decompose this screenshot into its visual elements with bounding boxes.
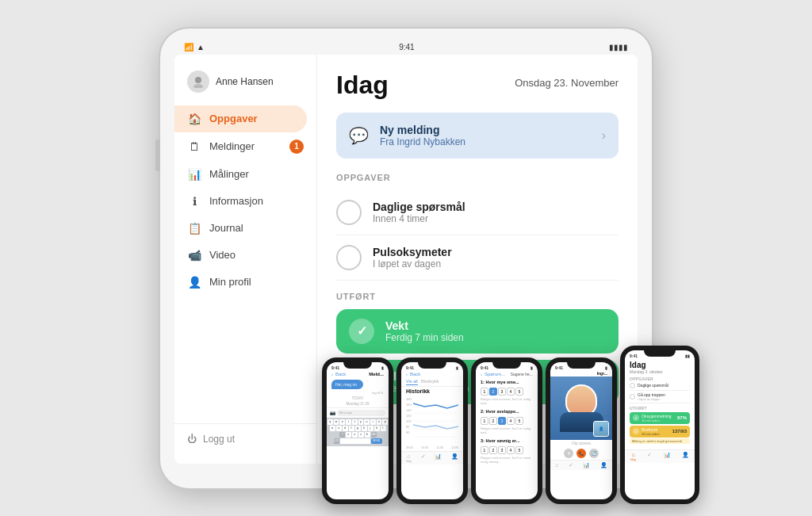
done-info: Blodtrykk 10 min siden <box>642 427 670 436</box>
phone-video: 9:41 ▮ Ingr... 👤 Flip ca <box>546 357 617 504</box>
tab-vis-alt: Vis alt <box>406 379 418 385</box>
scale-btn-1[interactable]: 1 <box>481 388 488 396</box>
done-section-label: UTFØRT <box>336 292 619 301</box>
scale-btn-3[interactable]: 3 <box>498 446 506 454</box>
sidebar-item-malinger[interactable]: 📊 Målinger <box>174 161 316 188</box>
scale-btn-4[interactable]: 4 <box>507 388 515 396</box>
scale-btn-2[interactable]: 2 <box>489 388 497 396</box>
task-info: Pulsoksymeter I løpet av dagen <box>373 246 452 269</box>
nav-tasks[interactable]: ✓ <box>421 453 426 463</box>
key-f: f <box>349 426 354 431</box>
scale-btn-5[interactable]: 5 <box>515 446 523 454</box>
key-r: r <box>346 419 351 425</box>
message-title: Ny melding <box>380 124 591 136</box>
battery-icon: ▮ <box>605 365 607 370</box>
phone-historikk: 9:41 ▮ ‹ Back Vis alt Blodtrykk Historik… <box>396 357 468 504</box>
task-circle <box>336 245 362 270</box>
x-label: 10:00 <box>421 446 428 449</box>
sidebar-item-journal[interactable]: 📋 Journal <box>174 215 316 242</box>
back-bar: ‹ Spørsm... Sagene he... <box>476 370 538 378</box>
key-s: s <box>336 426 342 431</box>
sidebar-item-informasjon[interactable]: ℹ Informasjon <box>174 188 316 215</box>
nav-chart[interactable]: 📊 <box>435 453 442 463</box>
sidebar-item-meldinger[interactable]: 🗒 Meldinger 1 <box>174 132 316 161</box>
sidebar-item-min-profil[interactable]: 👤 Min profil <box>174 269 316 296</box>
chart-y-labels: 180 160 140 120 100 80 60 <box>406 397 458 445</box>
scale-hint-3: Ranger med nummer, fra 0 er minst mulig … <box>476 455 538 466</box>
task-item-daglige[interactable]: Daglige spørsmål Innen 4 timer <box>336 190 619 235</box>
idag-content: Idag Mandag 3. oktober OPPGAVER Daglige … <box>625 358 695 446</box>
message-card[interactable]: 💬 Ny melding Fra Ingrid Nybakken › <box>336 113 619 159</box>
scale-btn-5[interactable]: 5 <box>515 417 523 425</box>
scale-btn-5[interactable]: 5 <box>515 388 523 396</box>
battery-icon: ▮ <box>530 365 533 370</box>
sidebar-item-oppgaver[interactable]: 🏠 Oppgaver <box>174 105 307 132</box>
nav-chart[interactable]: 📊 <box>664 452 671 461</box>
chart-plot <box>413 397 458 445</box>
send-button[interactable]: SEND <box>371 438 382 444</box>
nav-profile[interactable]: 👤 <box>682 452 689 461</box>
nav-profile[interactable]: 👤 <box>600 462 607 468</box>
wifi-icon: ▲ <box>197 43 205 52</box>
task-circle <box>630 394 635 399</box>
key-z: z <box>346 432 351 438</box>
task-title: Pulsoksymeter <box>373 246 452 258</box>
key-x: x <box>352 432 358 438</box>
sidebar-item-video[interactable]: 📹 Video <box>174 242 316 269</box>
nav-tasks[interactable]: ✓ <box>647 452 652 461</box>
scale-btn-3[interactable]: 3 <box>498 388 506 396</box>
nav-home[interactable]: ⌂ Idag <box>406 453 412 463</box>
task-item-pulsoksymeter[interactable]: Pulsoksymeter I løpet av dagen <box>336 235 619 281</box>
phone-notch <box>644 350 676 357</box>
chart-icon: 📊 <box>435 453 442 460</box>
end-call-button[interactable]: 📞 <box>576 449 586 458</box>
done-task-title: Vekt <box>385 319 464 332</box>
scale-btn-4[interactable]: 4 <box>507 417 515 425</box>
status-time: 9:41 <box>481 365 488 370</box>
key-b: b <box>365 432 370 438</box>
key-shift: ⇧ <box>339 432 345 438</box>
survey-question-3: 3: Hvor søvnig er... <box>476 437 538 445</box>
camera-switch-button[interactable]: 🔄 <box>589 449 599 458</box>
battery-icon: ▮ <box>456 365 458 370</box>
scale-btn-4[interactable]: 4 <box>507 446 515 454</box>
back-bar: ‹ Back Meld... <box>327 370 389 378</box>
logout-button[interactable]: ⏻ Logg ut <box>174 423 316 454</box>
scale-btn-1[interactable]: 1 <box>481 417 488 425</box>
phone-screen-idag: 9:41 ▮▮ Idag Mandag 3. oktober OPPGAVER … <box>625 350 695 499</box>
mini-chart-area: 180 160 140 120 100 80 60 <box>401 396 463 451</box>
scale-btn-2[interactable]: 2 <box>489 446 497 454</box>
nav-tasks[interactable]: ✓ <box>569 462 573 468</box>
scale-btn-3[interactable]: 3 <box>498 417 506 425</box>
done-subtitle: 10 min siden <box>642 432 670 436</box>
back-chevron-icon: ‹ <box>481 372 482 376</box>
x-label: 09:00 <box>406 446 413 449</box>
nav-home[interactable]: ⌂ <box>555 462 558 468</box>
battery-icon: ▮▮ <box>685 354 690 358</box>
status-time: 9:41 <box>406 365 414 370</box>
nav-profile[interactable]: 👤 <box>451 453 458 463</box>
idag-task-1[interactable]: Daglige spørsmål › <box>630 381 690 391</box>
y-label: 180 <box>406 397 412 401</box>
survey-question-2: 2: Hvor avslappe... <box>476 407 538 416</box>
key-u: u <box>364 419 370 425</box>
phone-screen-survey: 9:41 ▮ ‹ Spørsm... Sagene he... 1: Hvor … <box>476 362 538 499</box>
scale-btn-1[interactable]: 1 <box>481 446 488 454</box>
done-value: 97% <box>677 415 687 420</box>
sidebar-item-label: Informasjon <box>209 195 263 207</box>
y-label: 60 <box>406 430 412 434</box>
message-input[interactable]: Message <box>337 410 385 416</box>
back-chevron-icon: ‹ <box>406 372 408 376</box>
screen-title: Meld... <box>369 372 384 376</box>
nav-home[interactable]: ⌂ Idag <box>630 452 636 461</box>
scale-btn-2[interactable]: 2 <box>489 417 497 425</box>
idag-task-2[interactable]: Gå opp trappen i løpet av dagen › <box>630 391 690 403</box>
mute-button[interactable]: 🎙 <box>564 449 573 458</box>
status-time: 9:41 <box>630 354 638 358</box>
phone-notch <box>567 362 596 369</box>
chat-timestamp: Ingrid N. <box>331 391 384 395</box>
nav-chart[interactable]: 📊 <box>583 462 590 468</box>
messages-icon: 🗒 <box>187 140 201 153</box>
key-t: t <box>352 419 358 425</box>
status-time: 9:41 <box>331 365 339 370</box>
